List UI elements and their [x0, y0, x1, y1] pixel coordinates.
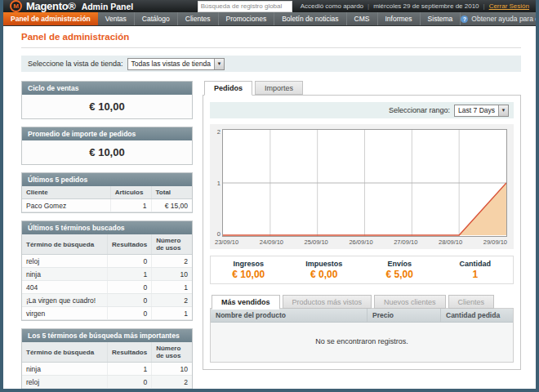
- logged-in-as: Accedió como apardo: [301, 2, 363, 10]
- nav-sales[interactable]: Ventas: [98, 12, 135, 25]
- table-row[interactable]: ninja 1 10: [22, 268, 192, 281]
- tab-importes[interactable]: Importes: [255, 81, 303, 95]
- cell-term: ¡La virgen que cuadro!: [22, 294, 108, 307]
- chart-y-axis: 210: [212, 129, 222, 237]
- cell-customer: Paco Gomez: [22, 199, 110, 212]
- cell-results: 0: [108, 389, 152, 390]
- store-switcher: Seleccione la vista de tienda: Todas las…: [21, 56, 521, 72]
- cell-uses: 10: [152, 268, 192, 281]
- last-orders-box: Últimos 5 pedidos Cliente Artículos Tota…: [21, 172, 193, 213]
- cell-term: ¡La virgen que cuadro!: [22, 389, 108, 390]
- cell-term: virgen: [22, 307, 108, 320]
- cell-uses: 2: [152, 255, 192, 268]
- tab-nuevos-clientes[interactable]: Nuevos clientes: [374, 295, 446, 309]
- x-tick-label: 28/09/10: [439, 238, 462, 246]
- cell-results: 1: [108, 363, 152, 376]
- page-frame: M Magento® Admin Panel Accedió como apar…: [0, 0, 539, 392]
- box-title: Ciclo de ventas: [22, 82, 192, 95]
- cell-uses: 2: [152, 389, 192, 390]
- table-row[interactable]: reloj 0 2: [22, 255, 192, 268]
- table-row[interactable]: virgen 0 1: [22, 307, 192, 320]
- nav-reports[interactable]: Informes: [378, 12, 421, 25]
- chevron-down-icon: ▼: [214, 59, 224, 69]
- help-icon: ?: [461, 16, 468, 23]
- totals-bar: Ingresos € 10,00 Impuestos € 0,00 Envíos…: [210, 256, 514, 284]
- range-label: Seleccionar rango:: [389, 106, 450, 114]
- header-date: miércoles 29 de septiembre de 2010: [373, 2, 479, 10]
- store-switcher-label: Seleccione la vista de tienda:: [28, 60, 123, 68]
- y-tick-label: 1: [217, 180, 220, 186]
- header: M Magento® Admin Panel Accedió como apar…: [3, 0, 536, 12]
- store-view-select[interactable]: Todas las vistas de tienda ▼: [127, 58, 225, 70]
- nav-cms[interactable]: CMS: [347, 12, 378, 25]
- average-orders-box: Promedio de importe de pedidos € 10,00: [21, 127, 193, 165]
- lifetime-sales-value: € 10,00: [22, 95, 192, 118]
- nav-catalog[interactable]: Catálogo: [135, 12, 178, 25]
- cell-items: 1: [110, 199, 151, 212]
- logout-link[interactable]: Cerrar Sesión: [489, 2, 529, 10]
- x-tick-label: 29/09/10: [483, 238, 507, 246]
- cell-results: 0: [108, 294, 152, 307]
- tab-productos-mas-vistos[interactable]: Productos más vistos: [283, 295, 372, 309]
- tab-clientes[interactable]: Clientes: [448, 295, 495, 309]
- table-row[interactable]: reloj 0 2: [22, 376, 192, 389]
- table-row[interactable]: ¡La virgen que cuadro! 0 2: [22, 294, 192, 307]
- nav-system[interactable]: Sistema: [421, 12, 461, 25]
- brand-suffix: Admin Panel: [82, 2, 134, 11]
- chart-canvas: [222, 129, 507, 237]
- x-tick-label: 24/09/10: [260, 238, 283, 246]
- cell-term: reloj: [22, 255, 108, 268]
- nav-dashboard[interactable]: Panel de administración: [3, 12, 98, 25]
- nav-promotions[interactable]: Promociones: [219, 12, 275, 25]
- left-column: Ciclo de ventas € 10,00 Promedio de impo…: [21, 81, 193, 389]
- cell-results: 0: [108, 376, 152, 389]
- x-tick-label: 23/09/10: [215, 238, 238, 246]
- cell-total: € 15,00: [151, 199, 192, 212]
- chevron-down-icon: ▼: [498, 105, 508, 116]
- orders-chart: 210 23/09/1024/09/1025/09/1026/09/1027/0…: [210, 124, 514, 249]
- help-link[interactable]: ? Obtener ayuda para esta página: [461, 12, 536, 25]
- total-label: Envíos: [362, 260, 438, 268]
- col-header: Término de búsqueda: [22, 342, 108, 363]
- global-search-input[interactable]: [198, 1, 292, 12]
- nav-newsletter[interactable]: Boletín de noticias: [274, 12, 346, 25]
- col-header: Número de usos: [152, 342, 192, 363]
- right-column: Pedidos Importes Seleccionar rango: Last…: [203, 81, 521, 389]
- tab-pedidos[interactable]: Pedidos: [204, 81, 252, 96]
- y-tick-label: 2: [217, 129, 220, 135]
- chart-x-axis: 23/09/1024/09/1025/09/1026/09/1027/09/10…: [215, 237, 507, 246]
- box-title: Los 5 términos de búsqueda más important…: [22, 329, 192, 342]
- cell-results: 0: [108, 281, 152, 294]
- cell-term: reloj: [22, 376, 108, 389]
- header-user-info: Accedió como apardo | miércoles 29 de se…: [301, 2, 529, 10]
- nav-customers[interactable]: Clientes: [178, 12, 219, 25]
- col-header: Nombre del producto: [211, 309, 368, 322]
- range-select[interactable]: Last 7 Days ▼: [454, 105, 509, 117]
- top-search-terms-box: Los 5 términos de búsqueda más important…: [21, 328, 193, 389]
- col-header: Resultados: [108, 342, 152, 363]
- average-orders-value: € 10,00: [22, 140, 192, 164]
- empty-text: No se encontraron registros.: [211, 323, 513, 362]
- range-bar: Seleccionar rango: Last 7 Days ▼: [210, 102, 514, 118]
- col-header: Total: [151, 186, 192, 199]
- cell-term: 404: [22, 281, 108, 294]
- magento-logo-icon: M: [10, 0, 22, 12]
- grid-header: Nombre del producto Precio Cantidad pedi…: [211, 309, 513, 323]
- separator: |: [483, 2, 485, 10]
- table-row[interactable]: ¡La virgen que cuadro! 0 2: [22, 389, 192, 390]
- col-header: Precio: [368, 309, 441, 322]
- table-row[interactable]: ninja 1 10: [22, 363, 192, 376]
- admin-page: M Magento® Admin Panel Accedió como apar…: [3, 0, 536, 389]
- table-row[interactable]: Paco Gomez 1 € 15,00: [22, 199, 192, 212]
- x-tick-label: 27/09/10: [394, 238, 417, 246]
- separator: |: [368, 2, 369, 10]
- y-tick-label: 0: [217, 231, 220, 237]
- cell-results: 0: [108, 307, 152, 320]
- table-row[interactable]: 404 0 1: [22, 281, 192, 294]
- col-header: Artículos: [110, 186, 151, 199]
- magento-logo: M Magento® Admin Panel: [10, 0, 133, 12]
- tab-mas-vendidos[interactable]: Más vendidos: [212, 295, 280, 310]
- grid-tabs: Más vendidos Productos más vistos Nuevos…: [210, 295, 514, 309]
- cell-term: ninja: [22, 363, 108, 376]
- cell-results: 1: [108, 268, 152, 281]
